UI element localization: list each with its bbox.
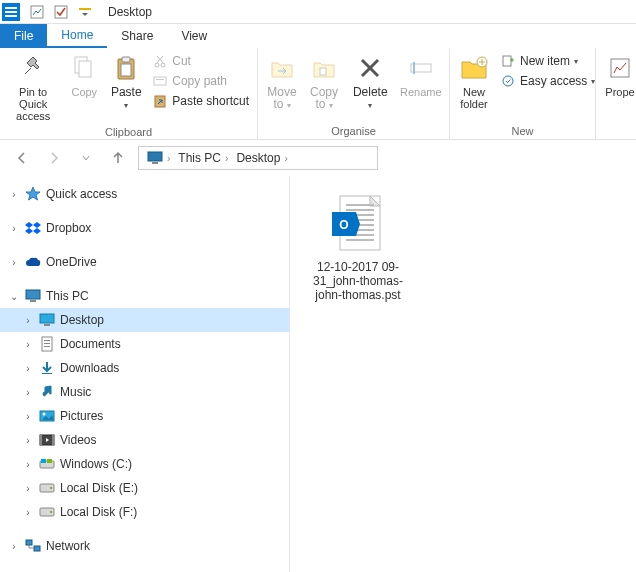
tree-dropbox[interactable]: › Dropbox [0,216,289,240]
qat-dropdown-icon[interactable] [74,2,96,22]
back-button[interactable] [10,146,34,170]
svg-point-12 [161,63,165,67]
breadcrumb[interactable]: › This PC› Desktop› [138,146,378,170]
chevron-right-icon[interactable]: › [22,339,34,350]
tree-music[interactable]: › Music [0,380,289,404]
chevron-right-icon[interactable]: › [22,435,34,446]
svg-rect-30 [44,340,50,341]
copy-to-button[interactable]: Copy to ▾ [304,50,344,114]
tree-onedrive[interactable]: › OneDrive [0,250,289,274]
star-icon [24,185,42,203]
tree-pictures[interactable]: › Pictures [0,404,289,428]
svg-point-45 [50,511,52,513]
paste-button[interactable]: Paste ▾ [106,50,146,114]
chevron-right-icon[interactable]: › [22,483,34,494]
svg-rect-4 [55,6,67,18]
tab-share[interactable]: Share [107,24,167,48]
chevron-right-icon[interactable]: › [8,189,20,200]
tab-file[interactable]: File [0,24,47,48]
copy-button[interactable]: Copy [64,50,104,100]
easy-access-button[interactable]: Easy access ▾ [496,72,599,90]
move-to-icon [266,52,298,84]
documents-icon [38,335,56,353]
delete-button[interactable]: Delete ▾ [346,50,395,114]
chevron-right-icon[interactable]: › [22,387,34,398]
tree-documents[interactable]: › Documents [0,332,289,356]
move-to-button[interactable]: Move to ▾ [262,50,302,114]
tree-windows-c[interactable]: › Windows (C:) [0,452,289,476]
cut-icon [152,53,168,69]
svg-rect-27 [40,314,54,323]
svg-rect-31 [44,343,50,344]
svg-rect-20 [503,56,511,66]
tree-local-f[interactable]: › Local Disk (F:) [0,500,289,524]
chevron-right-icon[interactable]: › [22,411,34,422]
crumb-this-pc[interactable]: This PC› [174,151,232,165]
chevron-right-icon[interactable]: › [22,363,34,374]
svg-rect-37 [40,435,42,445]
new-group-label: New [454,123,591,139]
crumb-pc-icon[interactable]: › [143,151,174,165]
rename-button[interactable]: Rename [397,50,445,100]
file-pane[interactable]: O 12-10-2017 09-31_john-thomas-john-thom… [290,176,636,572]
nav-bar: › This PC› Desktop› [0,140,636,176]
svg-rect-5 [79,8,91,10]
svg-text:O: O [339,218,348,232]
file-name: 12-10-2017 09-31_john-thomas-john-thomas… [308,260,408,302]
recent-dropdown[interactable] [74,146,98,170]
svg-point-43 [50,487,52,489]
new-item-button[interactable]: New item ▾ [496,52,599,70]
svg-rect-14 [156,79,164,80]
svg-rect-24 [152,162,158,164]
pin-quick-access-button[interactable]: Pin to Quick access [4,50,62,124]
svg-rect-1 [5,11,17,13]
chevron-down-icon[interactable]: ⌄ [8,291,20,302]
paste-icon [110,52,142,84]
new-folder-button[interactable]: New folder [454,50,494,112]
tree-desktop[interactable]: › Desktop [0,308,289,332]
new-item-label: New item [520,54,570,68]
ribbon-tabs: File Home Share View [0,24,636,48]
videos-icon [38,431,56,449]
svg-rect-18 [413,62,415,74]
forward-button[interactable] [42,146,66,170]
chevron-right-icon[interactable]: › [22,507,34,518]
tree-network[interactable]: › Network [0,534,289,558]
chevron-right-icon[interactable]: › [8,257,20,268]
system-menu-icon[interactable] [2,3,20,21]
new-folder-icon [458,52,490,84]
pc-icon [24,287,42,305]
tree-downloads[interactable]: › Downloads [0,356,289,380]
svg-point-35 [43,413,46,416]
crumb-desktop[interactable]: Desktop› [232,151,291,165]
tree-quick-access[interactable]: › Quick access [0,182,289,206]
tree-videos[interactable]: › Videos [0,428,289,452]
properties-button[interactable]: Prope [600,50,636,100]
copy-path-button[interactable]: Copy path [148,72,253,90]
drive-windows-icon [38,455,56,473]
svg-rect-33 [42,373,52,374]
paste-shortcut-button[interactable]: Paste shortcut [148,92,253,110]
qat-properties-icon[interactable] [26,2,48,22]
svg-rect-13 [154,77,166,85]
cut-button[interactable]: Cut [148,52,253,70]
chevron-right-icon[interactable]: › [8,223,20,234]
dropbox-icon [24,219,42,237]
up-button[interactable] [106,146,130,170]
svg-rect-32 [44,346,50,347]
svg-rect-47 [34,546,40,551]
chevron-right-icon[interactable]: › [8,541,20,552]
copy-label: Copy [71,86,97,98]
qat-checkbox-icon[interactable] [50,2,72,22]
file-item[interactable]: O 12-10-2017 09-31_john-thomas-john-thom… [308,192,408,302]
svg-rect-2 [5,15,17,17]
paste-shortcut-icon [152,93,168,109]
tree-this-pc[interactable]: ⌄ This PC [0,284,289,308]
tab-home[interactable]: Home [47,24,107,48]
tab-view[interactable]: View [167,24,221,48]
properties-icon [604,52,636,84]
tree-local-e[interactable]: › Local Disk (E:) [0,476,289,500]
chevron-right-icon[interactable]: › [22,315,34,326]
chevron-right-icon[interactable]: › [22,459,34,470]
easy-access-icon [500,73,516,89]
